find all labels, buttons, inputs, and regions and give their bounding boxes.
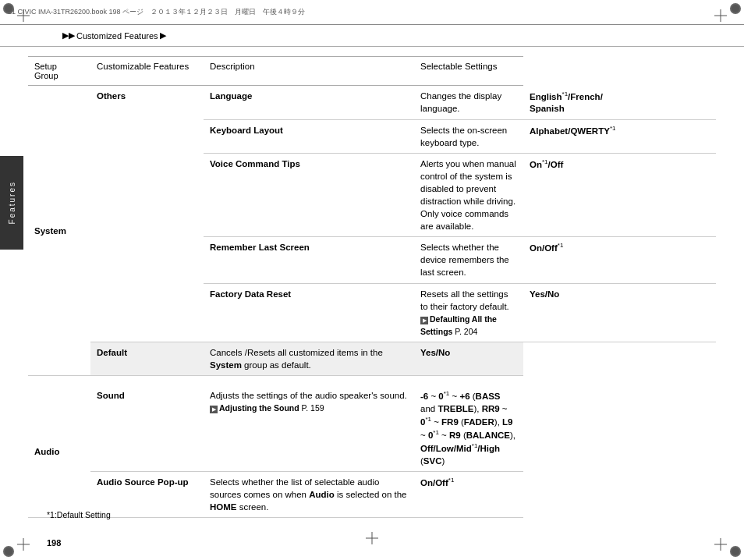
th-customizable: Customizable Features [90, 57, 204, 86]
breadcrumb-prefix: ▶▶ [62, 30, 75, 41]
audio-group-cell: Audio [28, 385, 90, 518]
top-bar-text: 11 CIVIC IMA-31TR26200.book 198 ページ ２０１３… [8, 7, 305, 17]
table-row: Audio Source Pop-up Selects whether the … [28, 471, 716, 517]
remember-settings: On/Off*1 [523, 237, 716, 283]
sound-description: Adjusts the settings of the audio speake… [204, 385, 414, 471]
th-setup-group: SetupGroup [28, 57, 90, 86]
default-description: Cancels /Resets all customized items in … [204, 342, 414, 375]
table-header-row: SetupGroup Customizable Features Descrip… [28, 57, 716, 86]
page-number: 198 [47, 538, 61, 548]
default-subgroup-cell: Default [90, 342, 204, 375]
table-row: Audio Sound Adjusts the settings of the … [28, 385, 716, 471]
audio-popup-description: Selects whether the list of selectable a… [204, 471, 414, 517]
page-number-text: 198 [47, 538, 61, 548]
others-subgroup-cell: Others [90, 86, 204, 342]
remember-description: Selects whether the device remembers the… [414, 237, 523, 283]
circle-top-right [730, 3, 741, 14]
table-row: Default Cancels /Resets all customized i… [28, 342, 716, 375]
crosshair-bottom-center [366, 532, 378, 544]
footnote-text: *1:Default Setting [47, 510, 111, 519]
breadcrumb-suffix: ▶ [160, 30, 166, 41]
breadcrumb: ▶▶ Customized Features ▶ [0, 25, 744, 47]
sound-settings: -6 ~ 0*1 ~ +6 (BASS and TREBLE), RR9 ~ 0… [414, 385, 523, 471]
voice-feature: Voice Command Tips [204, 153, 414, 237]
spacer-row [28, 376, 716, 386]
crosshair-top-left [17, 9, 30, 22]
factory-description: Resets all the settings to their factory… [414, 283, 523, 342]
audio-popup-settings: On/Off*1 [414, 471, 523, 517]
remember-feature: Remember Last Screen [204, 237, 414, 283]
th-selectable: Selectable Settings [414, 57, 523, 86]
circle-top-left [3, 3, 14, 14]
system-group-cell: System [28, 86, 90, 376]
circle-bottom-right [730, 546, 741, 557]
keyboard-settings: Alphabet/QWERTY*1 [523, 119, 716, 153]
language-feature: Language [204, 86, 414, 120]
keyboard-feature: Keyboard Layout [204, 119, 414, 153]
crosshair-top-right [714, 9, 727, 22]
default-settings: Yes/No [414, 342, 523, 375]
table-row: System Others Language Changes the displ… [28, 86, 716, 120]
factory-settings: Yes/No [523, 283, 716, 342]
crosshair-bottom-left [17, 538, 30, 551]
th-description: Description [204, 57, 414, 86]
language-settings: English*1/French/Spanish [523, 86, 716, 120]
main-content: SetupGroup Customizable Features Descrip… [28, 56, 716, 521]
footnote: *1:Default Setting [47, 510, 111, 519]
crosshair-bottom-right [714, 538, 727, 551]
voice-description: Alerts you when manual control of the sy… [414, 153, 523, 237]
language-description: Changes the display language. [414, 86, 523, 120]
sound-subgroup-cell: Sound [90, 385, 204, 471]
breadcrumb-label: Customized Features [76, 31, 158, 41]
side-label-text: Features [8, 181, 16, 224]
side-label: Features [0, 156, 23, 250]
circle-bottom-left [3, 546, 14, 557]
features-table: SetupGroup Customizable Features Descrip… [28, 56, 716, 518]
top-bar: 11 CIVIC IMA-31TR26200.book 198 ページ ２０１３… [0, 0, 744, 25]
keyboard-description: Selects the on-screen keyboard type. [414, 119, 523, 153]
voice-settings: On*1/Off [523, 153, 716, 237]
factory-feature: Factory Data Reset [204, 283, 414, 342]
